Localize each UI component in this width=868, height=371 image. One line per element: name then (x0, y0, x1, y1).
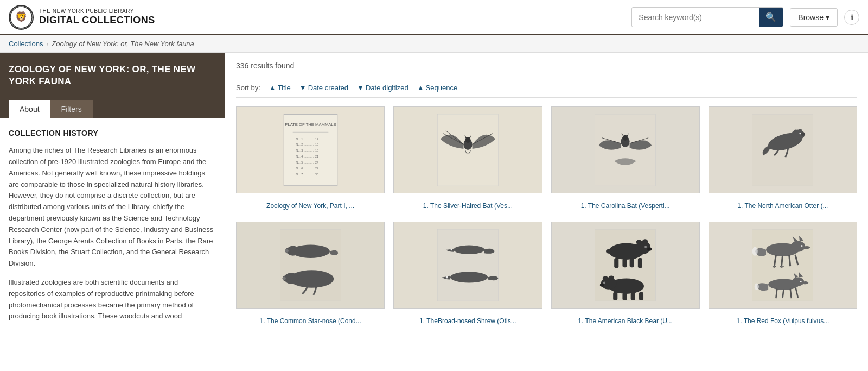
svg-text:No. 7 ............. 30: No. 7 ............. 30 (296, 173, 318, 176)
sort-title[interactable]: ▲ Title (269, 84, 291, 92)
svg-rect-51 (614, 258, 618, 268)
svg-point-50 (647, 247, 652, 250)
header-controls: 🔍 Browse ▾ ℹ (631, 7, 859, 27)
tab-filters[interactable]: Filters (50, 100, 93, 118)
svg-rect-63 (623, 293, 627, 300)
svg-point-78 (755, 283, 759, 290)
svg-point-70 (752, 247, 758, 255)
search-icon: 🔍 (765, 12, 776, 22)
item-title: 1. The Red Fox (Vulpus fulvus... (737, 317, 829, 326)
svg-text:PLATE OF THE MAMMALS: PLATE OF THE MAMMALS (285, 122, 336, 127)
main-layout: ZOOLOGY OF NEW YORK: OR, THE NEW YORK FA… (0, 53, 868, 369)
list-item[interactable]: 1. TheBroad-nosed Shrew (Otis... (393, 222, 542, 326)
list-item[interactable]: 1. The Silver-Haired Bat (Ves... (393, 106, 542, 211)
sort-label: Sort by: (236, 84, 260, 92)
svg-point-40 (454, 245, 484, 254)
tab-about[interactable]: About (9, 100, 50, 118)
chevron-down-icon: ▾ (826, 13, 829, 22)
svg-point-43 (446, 276, 448, 278)
sort-sequence-arrow: ▲ (417, 84, 424, 92)
breadcrumb-separator: › (47, 41, 49, 47)
logo-area: 🦁 THE NEW YORK PUBLIC LIBRARY DIGITAL CO… (9, 5, 155, 30)
header: 🦁 THE NEW YORK PUBLIC LIBRARY DIGITAL CO… (0, 0, 868, 35)
results-count: 336 results found (236, 61, 857, 70)
list-item[interactable]: 1. The Common Star-nose (Cond... (236, 222, 385, 326)
svg-text:No. 5 ............. 24: No. 5 ............. 24 (296, 161, 318, 164)
svg-rect-30 (280, 229, 341, 301)
svg-point-58 (603, 276, 608, 280)
svg-rect-18 (595, 114, 656, 186)
svg-point-29 (800, 133, 801, 134)
svg-point-47 (636, 240, 642, 244)
sidebar-header: ZOOLOGY OF NEW YORK: OR, THE NEW YORK FA… (0, 53, 225, 118)
sort-date-digitized-arrow: ▼ (357, 84, 364, 92)
sort-date-digitized-label: Date digitized (366, 84, 409, 92)
svg-text:No. 3 ............. 18: No. 3 ............. 18 (296, 149, 318, 152)
svg-rect-39 (438, 229, 499, 301)
sort-bar: Sort by: ▲ Title ▼ Date created ▼ Date d… (236, 78, 857, 98)
list-item[interactable]: 1. The American Black Bear (U... (551, 222, 700, 326)
svg-point-59 (609, 275, 614, 280)
browse-button[interactable]: Browse ▾ (790, 8, 838, 27)
item-title: 1. The American Black Bear (U... (578, 317, 673, 326)
svg-rect-53 (630, 259, 634, 267)
sort-sequence[interactable]: ▲ Sequence (417, 84, 457, 92)
svg-point-28 (799, 129, 802, 131)
search-box[interactable]: 🔍 (631, 7, 783, 27)
sidebar-collection-title: ZOOLOGY OF NEW YORK: OR, THE NEW YORK FA… (9, 64, 216, 96)
svg-line-72 (782, 256, 783, 266)
svg-point-42 (450, 272, 488, 282)
sort-title-label: Title (278, 84, 291, 92)
svg-text:No. 4 ............. 21: No. 4 ............. 21 (296, 155, 318, 158)
sidebar-tabs: About Filters (9, 100, 216, 118)
breadcrumb: Collections › Zoology of New York: or, T… (0, 35, 868, 53)
svg-point-61 (600, 283, 604, 286)
breadcrumb-current: Zoology of New York: or, The New York fa… (52, 40, 194, 48)
item-title: 1. The Common Star-nose (Cond... (260, 317, 361, 326)
search-button[interactable]: 🔍 (759, 8, 783, 27)
svg-point-41 (450, 249, 452, 250)
svg-rect-62 (613, 292, 617, 300)
svg-point-38 (282, 276, 285, 280)
info-button[interactable]: ℹ (844, 10, 859, 25)
item-title: 1. The Silver-Haired Bat (Ves... (423, 202, 513, 211)
items-grid: PLATE OF THE MAMMALS No. 1 .............… (236, 106, 857, 326)
sort-date-digitized[interactable]: ▼ Date digitized (357, 84, 409, 92)
sidebar: ZOOLOGY OF NEW YORK: OR, THE NEW YORK FA… (0, 53, 225, 369)
svg-point-77 (800, 281, 802, 282)
svg-text:No. 1 ............. 12: No. 1 ............. 12 (296, 137, 318, 140)
collection-history-heading: COLLECTION HISTORY (9, 129, 216, 137)
sort-date-created-label: Date created (308, 84, 348, 92)
sidebar-content: COLLECTION HISTORY Among the riches of T… (0, 118, 225, 341)
sort-date-created-arrow: ▼ (299, 84, 307, 92)
svg-point-27 (794, 129, 797, 131)
svg-point-68 (791, 241, 805, 251)
sidebar-description: Among the riches of The Research Librari… (9, 145, 216, 322)
svg-text:🦁: 🦁 (15, 11, 28, 23)
svg-point-49 (644, 246, 647, 248)
svg-text:No. 6 ............. 27: No. 6 ............. 27 (296, 167, 318, 170)
svg-rect-54 (638, 258, 642, 268)
svg-rect-64 (631, 293, 635, 300)
search-input[interactable] (632, 9, 759, 26)
svg-point-76 (792, 277, 804, 286)
svg-line-73 (789, 255, 790, 266)
list-item[interactable]: 1. The Carolina Bat (Vesperti... (551, 106, 700, 211)
list-item[interactable]: 1. The North American Otter (... (709, 106, 857, 211)
item-title: 1. The Carolina Bat (Vesperti... (581, 202, 670, 211)
info-icon: ℹ (851, 13, 853, 22)
item-title: Zoology of New York, Part I, ... (266, 202, 354, 211)
sort-sequence-label: Sequence (426, 84, 458, 92)
svg-point-34 (285, 249, 288, 252)
logo-icon: 🦁 (9, 5, 34, 30)
svg-point-60 (603, 281, 605, 284)
list-item[interactable]: PLATE OF THE MAMMALS No. 1 .............… (236, 106, 385, 211)
sort-date-created[interactable]: ▼ Date created (299, 84, 348, 92)
breadcrumb-collections-link[interactable]: Collections (9, 40, 43, 48)
item-title: 1. TheBroad-nosed Shrew (Otis... (419, 317, 516, 326)
svg-text:No. 2 ............. 15: No. 2 ............. 15 (296, 143, 318, 146)
svg-point-26 (801, 133, 805, 136)
item-title: 1. The North American Otter (... (737, 202, 828, 211)
list-item[interactable]: 1. The Red Fox (Vulpus fulvus... (709, 222, 857, 326)
svg-rect-65 (639, 292, 643, 300)
